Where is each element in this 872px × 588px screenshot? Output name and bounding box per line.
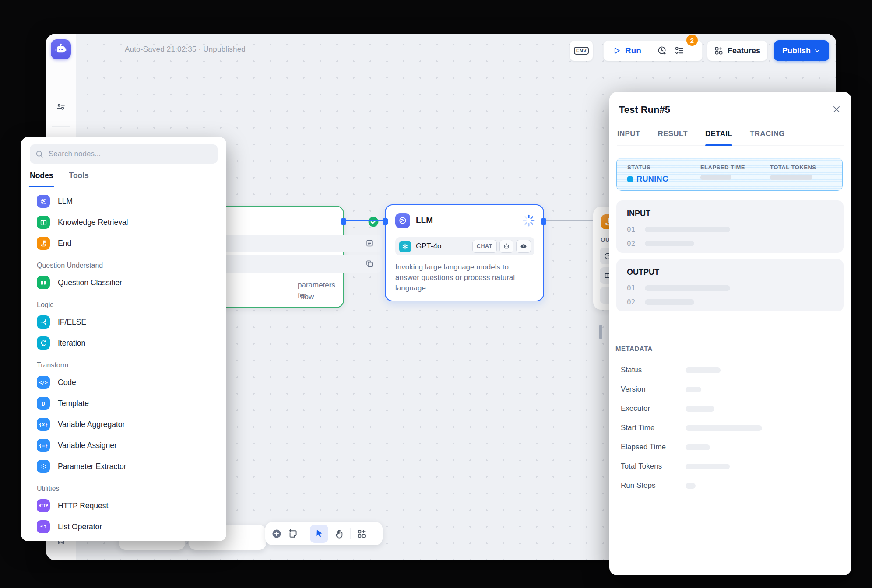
output-handle[interactable] — [541, 218, 546, 225]
code-icon: </> — [37, 376, 50, 389]
workflow-settings-icon[interactable] — [56, 102, 66, 112]
node-item-question-classifier[interactable]: Question Classifier — [21, 272, 226, 293]
metadata-label: Run Steps — [621, 481, 686, 490]
row-index: 02 — [627, 298, 635, 306]
metadata-label: Total Tokens — [621, 462, 686, 471]
node-item-parameter-extractor[interactable]: Parameter Extractor — [21, 456, 226, 477]
node-item-template[interactable]: DTemplate — [21, 393, 226, 414]
node-item-llm[interactable]: LLM — [21, 191, 226, 212]
llm-node[interactable]: LLM GPT-4o CHAT Invoking large language … — [385, 204, 544, 301]
run-history-clock-icon[interactable] — [657, 46, 668, 56]
run-panel-tabs: INPUTRESULTDETAILTRACING — [617, 127, 844, 146]
node-panel-tabs: NodesTools — [30, 168, 226, 187]
elapsed-time-label: ELAPSED TIME — [700, 164, 770, 171]
edge-start-to-llm — [343, 220, 387, 221]
skeleton-bar — [645, 299, 694, 305]
node-item-label: HTTP Request — [58, 501, 108, 511]
metadata-label: Elapsed Time — [621, 443, 686, 452]
node-item-http-request[interactable]: HTTPHTTP Request — [21, 495, 226, 516]
agent-robot-icon[interactable] — [499, 240, 513, 253]
node-item-label: Template — [58, 399, 89, 408]
knowledge-icon — [37, 216, 50, 229]
panel-divider — [616, 330, 844, 330]
close-icon[interactable] — [831, 104, 842, 115]
http-icon: HTTP — [37, 499, 50, 512]
metadata-row: Elapsed Time — [621, 438, 841, 457]
row-index: 01 — [627, 225, 635, 234]
features-button[interactable]: Features — [707, 40, 767, 61]
variable-assigner-icon: {=} — [37, 439, 50, 452]
node-item-knowledge-retrieval[interactable]: Knowledge Retrieval — [21, 212, 226, 233]
publish-button[interactable]: Publish — [774, 40, 829, 61]
node-search-panel: NodesTools LLMKnowledge RetrievalEndQues… — [21, 137, 226, 541]
parameter-extractor-icon — [37, 460, 50, 473]
checklist-notification-badge: 2 — [686, 35, 698, 46]
search-input[interactable] — [48, 149, 212, 159]
env-icon: ENV — [574, 47, 589, 55]
checklist-icon[interactable] — [674, 46, 685, 56]
add-node-icon[interactable] — [271, 528, 282, 539]
run-button[interactable]: Run — [604, 41, 651, 61]
node-list: LLMKnowledge RetrievalEndQuestion Unders… — [21, 187, 226, 541]
metadata-row: Total Tokens — [621, 457, 841, 476]
tab-input[interactable]: INPUT — [617, 127, 640, 145]
vision-eye-icon[interactable] — [516, 240, 531, 253]
node-item-label: List Operator — [58, 522, 102, 532]
node-item-variable-aggregator[interactable]: {x}Variable Aggregator — [21, 414, 226, 435]
organize-layout-icon[interactable] — [356, 528, 367, 539]
app-logo-robot-icon[interactable] — [51, 39, 71, 60]
document-icon — [365, 239, 374, 248]
tab-tools[interactable]: Tools — [69, 168, 88, 187]
screen: Auto-Saved 21:02:35 · Unpublished ENV Ru… — [0, 0, 872, 588]
skeleton-bar — [645, 241, 694, 246]
search-icon — [35, 150, 44, 158]
llm-node-description: Invoking large language models to answer… — [395, 262, 531, 294]
pointer-tool-selected[interactable] — [310, 525, 328, 543]
start-node-description-line: flow — [301, 292, 314, 302]
tab-detail[interactable]: DETAIL — [705, 127, 732, 145]
start-node-field-row[interactable] — [200, 234, 382, 252]
node-item-code[interactable]: </>Code — [21, 372, 226, 393]
scrollbar-thumb[interactable] — [599, 325, 602, 340]
skeleton-bar — [645, 227, 730, 232]
metadata-row: Start Time — [621, 418, 841, 438]
chevron-down-icon — [814, 47, 821, 54]
node-item-label: End — [58, 239, 71, 248]
total-tokens-label: TOTAL TOKENS — [770, 164, 842, 171]
metadata-label: Executor — [621, 404, 686, 413]
node-item-list-operator[interactable]: List Operator — [21, 516, 226, 537]
add-note-icon[interactable] — [288, 528, 298, 539]
tab-nodes[interactable]: Nodes — [30, 168, 53, 187]
run-button-label: Run — [625, 46, 641, 56]
autosave-status: Auto-Saved 21:02:35 · Unpublished — [125, 45, 246, 54]
input-card: INPUT 0102 — [616, 200, 844, 253]
play-icon — [612, 46, 621, 55]
node-item-iteration[interactable]: Iteration — [21, 332, 226, 354]
metadata-label: Status — [621, 366, 686, 374]
if-else-icon — [37, 315, 50, 329]
output-handle[interactable] — [341, 218, 346, 225]
node-group-title: Logic — [21, 293, 226, 312]
metadata-rows: StatusVersionExecutorStart TimeElapsed T… — [621, 360, 841, 495]
skeleton-bar — [686, 368, 721, 373]
test-run-panel: Test Run#5 INPUTRESULTDETAILTRACING STAT… — [609, 92, 851, 575]
output-card: OUTPUT 0102 — [616, 259, 844, 312]
node-group-title: Transform — [21, 354, 226, 372]
node-item-if-else[interactable]: IF/ELSE — [21, 312, 226, 332]
node-item-variable-assigner[interactable]: {=}Variable Assigner — [21, 435, 226, 456]
version-history-button[interactable] — [836, 40, 836, 61]
llm-node-icon — [395, 213, 410, 228]
list-operator-icon — [37, 520, 50, 533]
search-input-wrapper[interactable] — [30, 144, 218, 164]
template-icon: D — [37, 397, 50, 410]
row-index: 01 — [627, 284, 635, 292]
env-button[interactable]: ENV — [570, 40, 593, 61]
llm-node-title: LLM — [416, 216, 433, 225]
model-selector[interactable]: GPT-4o CHAT — [395, 237, 534, 256]
tab-tracing[interactable]: TRACING — [750, 127, 785, 145]
node-item-end[interactable]: End — [21, 233, 226, 254]
input-handle[interactable] — [383, 218, 388, 225]
tab-result[interactable]: RESULT — [658, 127, 688, 145]
start-node-field-row[interactable] — [200, 255, 382, 273]
hand-tool-icon[interactable] — [334, 528, 345, 539]
